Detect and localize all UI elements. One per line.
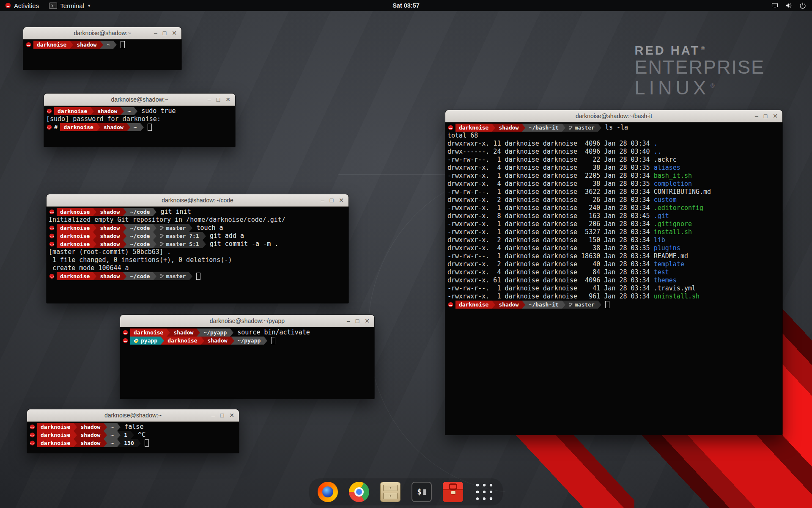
display-icon[interactable] xyxy=(771,2,778,9)
host-segment: shadow xyxy=(77,423,104,431)
terminal-content[interactable]: darknoiseshadow~/pyapp source bin/activa… xyxy=(120,327,374,399)
prompt-line: #darknoiseshadow~ xyxy=(46,123,233,131)
power-icon[interactable] xyxy=(799,2,806,9)
maximize-button[interactable]: □ xyxy=(220,409,224,421)
system-status-area[interactable] xyxy=(771,0,812,11)
window-titlebar[interactable]: darknoise@shadow:~/code – □ ✕ xyxy=(47,194,348,207)
path-segment: ~ xyxy=(107,431,117,439)
git-segment: master xyxy=(565,124,598,132)
close-button[interactable]: ✕ xyxy=(172,27,177,39)
maximize-button[interactable]: □ xyxy=(330,194,333,206)
powerline-arrow xyxy=(70,41,73,49)
window-titlebar[interactable]: darknoise@shadow:~/pyapp – □ ✕ xyxy=(120,315,374,327)
minimize-button[interactable]: – xyxy=(321,194,324,206)
terminal-window-home-1[interactable]: darknoise@shadow:~ – □ ✕ darknoiseshadow… xyxy=(23,27,181,70)
prompt-line: darknoiseshadow~1 ^C xyxy=(29,431,237,439)
powerline-arrow xyxy=(93,208,96,216)
toolbox-icon[interactable] xyxy=(443,482,463,502)
app-grid-icon[interactable] xyxy=(474,482,494,502)
prompt-line: darknoiseshadow~/bash-itmaster xyxy=(447,301,781,309)
close-button[interactable]: ✕ xyxy=(225,94,230,105)
close-button[interactable]: ✕ xyxy=(229,409,234,421)
minimize-button[interactable]: – xyxy=(154,27,157,39)
close-button[interactable]: ✕ xyxy=(339,194,344,206)
clock[interactable]: Sat 03:57 xyxy=(392,2,420,9)
terminal-cursor xyxy=(196,273,200,280)
chevron-down-icon: ▾ xyxy=(88,3,91,8)
file-name: CONTRIBUTING.md xyxy=(654,188,711,196)
user-segment: darknoise xyxy=(455,301,492,309)
terminal-window-sudo[interactable]: darknoise@shadow:~ – □ ✕ darknoiseshadow… xyxy=(44,94,235,147)
output-text: drwxrwxr-x. 2 darknoise darknoise 40 Jan… xyxy=(447,260,654,268)
window-title: darknoise@shadow:~/pyapp xyxy=(120,318,374,324)
app-menu-terminal[interactable]: Terminal ▾ xyxy=(44,0,95,11)
redhat-prompt-icon xyxy=(26,42,31,47)
terminal-content[interactable]: darknoiseshadow~ xyxy=(23,39,181,70)
powerline-arrow xyxy=(522,124,525,132)
close-button[interactable]: ✕ xyxy=(773,110,778,122)
terminal-window-code[interactable]: darknoise@shadow:~/code – □ ✕ darknoises… xyxy=(47,194,348,303)
redhat-prompt-icon xyxy=(49,241,55,247)
output-text: Initialized empty Git repository in /hom… xyxy=(49,216,285,224)
terminal-window-bash-it[interactable]: darknoise@shadow:~/bash-it – □ ✕ darknoi… xyxy=(445,110,782,435)
prompt-line: darknoiseshadow~ xyxy=(25,41,180,49)
terminal-cursor xyxy=(145,439,149,447)
minimize-button[interactable]: – xyxy=(211,409,215,421)
redhat-prompt-icon xyxy=(123,338,128,343)
activities-label: Activities xyxy=(14,2,39,9)
powerline-arrow xyxy=(104,423,107,431)
terminal-content[interactable]: darknoiseshadow~ sudo true[sudo] passwor… xyxy=(44,106,235,147)
maximize-button[interactable]: □ xyxy=(764,110,767,122)
volume-icon[interactable] xyxy=(785,2,792,9)
window-titlebar[interactable]: darknoise@shadow:~ – □ ✕ xyxy=(27,409,239,422)
output-text: drwxrwxr-x. 4 darknoise darknoise 38 Jan… xyxy=(447,180,654,188)
output-line: drwxrwxr-x. 11 darknoise darknoise 4096 … xyxy=(447,140,781,148)
redhat-prompt-icon xyxy=(30,432,35,438)
output-text: drwxrwxr-x. 4 darknoise darknoise 38 Jan… xyxy=(447,164,654,172)
terminal-icon xyxy=(49,3,57,9)
redhat-logo-icon xyxy=(5,3,11,8)
terminal-content[interactable]: darknoiseshadow~/code git initInitialize… xyxy=(47,207,348,303)
output-text: drwx------. 24 darknoise darknoise 4096 … xyxy=(447,148,654,156)
close-button[interactable]: ✕ xyxy=(365,315,370,327)
powerline-arrow xyxy=(117,439,121,447)
powerline-arrow xyxy=(562,301,565,309)
maximize-button[interactable]: □ xyxy=(163,27,166,39)
activities-button[interactable]: Activities xyxy=(0,0,44,11)
dock: $ xyxy=(309,478,503,505)
command-text: git commit -a -m . xyxy=(206,240,279,248)
powerline-arrow xyxy=(598,301,601,309)
firefox-icon[interactable] xyxy=(318,482,338,502)
window-titlebar[interactable]: darknoise@shadow:~/bash-it – □ ✕ xyxy=(445,110,782,122)
minimize-button[interactable]: – xyxy=(755,110,758,122)
brand-line-2: ENTERPRISE xyxy=(634,57,765,78)
window-titlebar[interactable]: darknoise@shadow:~ – □ ✕ xyxy=(23,27,181,39)
window-titlebar[interactable]: darknoise@shadow:~ – □ ✕ xyxy=(44,94,235,106)
maximize-button[interactable]: □ xyxy=(217,94,220,105)
host-segment: shadow xyxy=(100,123,127,131)
files-icon[interactable] xyxy=(380,482,401,502)
prompt-line: darknoiseshadow~/pyapp source bin/activa… xyxy=(122,329,373,337)
venv-segment: pyapp xyxy=(130,337,161,345)
user-segment: darknoise xyxy=(57,240,93,248)
terminal-launcher-icon[interactable]: $ xyxy=(411,482,432,502)
registered-mark: ® xyxy=(701,45,707,51)
command-text: ^C xyxy=(134,431,145,439)
maximize-button[interactable]: □ xyxy=(356,315,359,327)
path-segment: ~ xyxy=(107,439,117,447)
redhat-prompt-icon xyxy=(123,330,128,335)
chrome-icon[interactable] xyxy=(349,482,369,502)
minimize-button[interactable]: – xyxy=(208,94,211,105)
powerline-arrow xyxy=(161,337,164,345)
terminal-window-pyapp[interactable]: darknoise@shadow:~/pyapp – □ ✕ darknoise… xyxy=(120,315,374,399)
output-line: [master (root-commit) 50bcb63] . xyxy=(49,248,347,256)
output-text: [master (root-commit) 50bcb63] . xyxy=(49,248,171,256)
terminal-window-home-2[interactable]: darknoise@shadow:~ – □ ✕ darknoiseshadow… xyxy=(27,409,239,453)
command-text: git add a xyxy=(206,232,244,240)
minimize-button[interactable]: – xyxy=(347,315,350,327)
terminal-content[interactable]: darknoiseshadow~ falsedarknoiseshadow~1 … xyxy=(27,422,239,453)
powerline-arrow xyxy=(562,124,565,132)
terminal-content[interactable]: darknoiseshadow~/bash-itmaster ls -latot… xyxy=(445,122,782,435)
output-line: drwxrwxr-x. 4 darknoise darknoise 38 Jan… xyxy=(447,164,781,172)
output-text: -rwxrwxr-x. 1 darknoise darknoise 240 Ja… xyxy=(447,204,654,212)
